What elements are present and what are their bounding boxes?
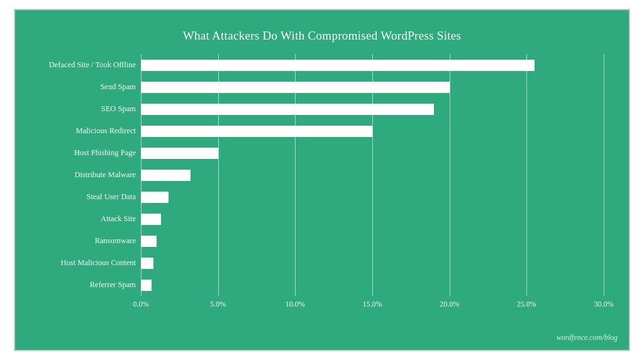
bar-label: Send Spam bbox=[19, 82, 136, 92]
chart-container: What Attackers Do With Compromised WordP… bbox=[14, 9, 630, 351]
x-axis-tick-label: 10.0% bbox=[286, 300, 305, 309]
bar-fill bbox=[141, 192, 169, 203]
bar-label: Distribute Malware bbox=[19, 170, 136, 180]
bar-label: SEO Spam bbox=[19, 104, 136, 114]
bar-row: Referrer Spam bbox=[141, 276, 604, 294]
bar-row: SEO Spam bbox=[141, 101, 604, 118]
bar-fill bbox=[141, 148, 218, 159]
x-axis-tick-label: 30.0% bbox=[594, 300, 614, 309]
grid-line bbox=[604, 54, 604, 296]
bar-row: Host Malicious Content bbox=[141, 254, 604, 272]
bar-row: Steal User Data bbox=[141, 188, 604, 206]
chart-area: Defaced Site / Took OfflineSend SpamSEO … bbox=[141, 54, 604, 312]
bar-track bbox=[141, 210, 604, 228]
bar-label: Defaced Site / Took Offline bbox=[19, 60, 136, 70]
bar-label: Steal User Data bbox=[19, 192, 136, 202]
bar-label: Malicious Redirect bbox=[19, 126, 136, 136]
x-axis-tick-label: 5.0% bbox=[210, 300, 226, 309]
x-axis-tick-label: 20.0% bbox=[440, 300, 459, 309]
bar-row: Malicious Redirect bbox=[141, 123, 604, 140]
bar-track bbox=[141, 79, 604, 96]
bar-fill bbox=[141, 170, 191, 181]
bar-row: Attack Site bbox=[141, 210, 604, 228]
bar-fill bbox=[141, 82, 450, 93]
bars-wrapper: Defaced Site / Took OfflineSend SpamSEO … bbox=[141, 54, 604, 296]
bar-track bbox=[141, 101, 604, 118]
watermark: wordfence.com/blog bbox=[557, 333, 618, 342]
bar-fill bbox=[141, 126, 372, 137]
bar-row: Distribute Malware bbox=[141, 166, 604, 184]
bar-track bbox=[141, 276, 604, 294]
x-axis: 0.0%5.0%10.0%15.0%20.0%25.0%30.0% bbox=[141, 300, 604, 312]
bar-fill bbox=[141, 236, 157, 247]
bar-fill bbox=[141, 214, 161, 225]
bar-label: Host Phishing Page bbox=[19, 148, 136, 158]
bar-row: Defaced Site / Took Offline bbox=[141, 57, 604, 74]
bar-label: Referrer Spam bbox=[19, 280, 136, 290]
bar-track bbox=[141, 188, 604, 206]
bar-fill bbox=[141, 258, 153, 269]
bar-track bbox=[141, 145, 604, 162]
bar-fill bbox=[141, 60, 535, 71]
bar-label: Ransomware bbox=[19, 236, 136, 246]
bar-fill bbox=[141, 104, 434, 115]
bar-label: Host Malicious Content bbox=[19, 258, 136, 268]
bar-label: Attack Site bbox=[19, 214, 136, 224]
x-axis-tick-label: 15.0% bbox=[363, 300, 382, 309]
x-axis-tick-label: 0.0% bbox=[133, 300, 149, 309]
chart-title: What Attackers Do With Compromised WordP… bbox=[40, 29, 604, 43]
bar-fill bbox=[141, 280, 152, 291]
x-axis-tick-label: 25.0% bbox=[517, 300, 536, 309]
bar-row: Ransomware bbox=[141, 232, 604, 250]
bar-track bbox=[141, 123, 604, 140]
bar-track bbox=[141, 254, 604, 272]
bar-row: Host Phishing Page bbox=[141, 145, 604, 162]
bar-row: Send Spam bbox=[141, 79, 604, 96]
bar-track bbox=[141, 166, 604, 184]
bar-track bbox=[141, 232, 604, 250]
bar-track bbox=[141, 57, 604, 74]
